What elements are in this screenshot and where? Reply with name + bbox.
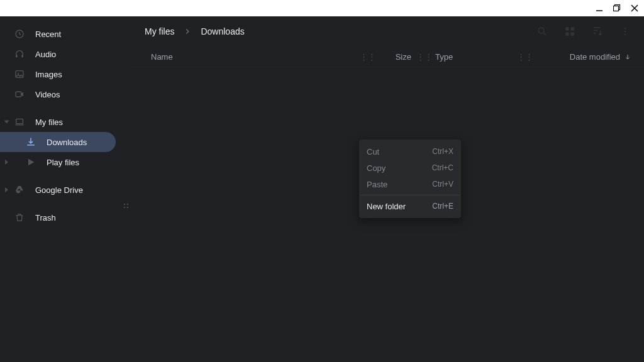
sidebar-item-label: Play files xyxy=(47,158,79,167)
sidebar-item-trash[interactable]: Trash xyxy=(0,207,132,228)
sidebar: Recent Audio Images Videos My files Down… xyxy=(0,16,132,362)
svg-point-22 xyxy=(625,31,626,33)
toolbar: My files Downloads xyxy=(132,16,644,47)
context-menu: Cut Ctrl+X Copy Ctrl+C Paste Ctrl+V New … xyxy=(359,140,461,218)
sidebar-item-label: My files xyxy=(35,118,63,127)
headphones-icon xyxy=(14,48,25,60)
main-panel: My files Downloads Name ⋮⋮ Size ⋮⋮ Type … xyxy=(132,16,644,362)
trash-icon xyxy=(14,212,25,223)
sidebar-item-google-drive[interactable]: Google Drive xyxy=(0,180,132,200)
sidebar-item-downloads[interactable]: Downloads xyxy=(0,132,116,152)
sidebar-item-label: Images xyxy=(35,70,62,79)
sidebar-item-label: Audio xyxy=(35,50,56,59)
column-type[interactable]: Type xyxy=(424,52,512,62)
context-menu-paste: Paste Ctrl+V xyxy=(359,176,461,192)
sidebar-item-recent[interactable]: Recent xyxy=(0,24,132,44)
context-menu-copy: Copy Ctrl+C xyxy=(359,160,461,176)
download-icon xyxy=(25,136,36,148)
svg-point-21 xyxy=(625,27,626,29)
svg-rect-11 xyxy=(16,119,23,123)
search-button[interactable] xyxy=(536,25,548,38)
play-icon xyxy=(25,156,36,168)
sidebar-item-label: Google Drive xyxy=(35,185,83,195)
sidebar-item-audio[interactable]: Audio xyxy=(0,44,132,64)
close-button[interactable] xyxy=(630,4,639,13)
sidebar-item-label: Videos xyxy=(35,90,60,99)
svg-point-15 xyxy=(127,207,128,208)
column-resize-icon[interactable]: ⋮⋮ xyxy=(416,52,424,62)
svg-rect-19 xyxy=(565,33,569,36)
window-controls xyxy=(0,0,644,16)
minimize-button[interactable] xyxy=(595,4,604,13)
sidebar-item-play-files[interactable]: Play files xyxy=(0,152,132,172)
sidebar-item-label: Downloads xyxy=(47,138,87,147)
svg-point-13 xyxy=(127,204,128,205)
sidebar-item-label: Trash xyxy=(35,213,56,222)
sidebar-item-label: Recent xyxy=(35,30,61,39)
arrow-down-icon xyxy=(624,53,631,61)
image-icon xyxy=(14,69,25,80)
sidebar-item-images[interactable]: Images xyxy=(0,64,132,84)
svg-rect-18 xyxy=(571,27,574,30)
svg-rect-6 xyxy=(16,55,18,57)
column-resize-icon[interactable]: ⋮⋮ xyxy=(517,52,525,62)
svg-rect-10 xyxy=(16,92,21,97)
svg-point-14 xyxy=(124,207,125,208)
maximize-button[interactable] xyxy=(613,4,621,13)
svg-point-23 xyxy=(625,34,626,36)
sidebar-resize-handle[interactable] xyxy=(123,203,130,209)
laptop-icon xyxy=(14,116,25,128)
drive-icon xyxy=(14,184,25,195)
svg-point-12 xyxy=(124,204,125,205)
svg-rect-20 xyxy=(571,33,574,36)
chevron-right-icon xyxy=(183,27,192,36)
breadcrumb-current: Downloads xyxy=(201,26,244,36)
breadcrumb-parent[interactable]: My files xyxy=(145,26,174,36)
breadcrumb: My files Downloads xyxy=(145,26,245,36)
clock-icon xyxy=(14,28,25,40)
svg-point-9 xyxy=(18,73,19,74)
svg-rect-17 xyxy=(565,27,569,30)
context-menu-cut: Cut Ctrl+X xyxy=(359,143,461,160)
view-toggle-button[interactable] xyxy=(564,25,576,38)
svg-point-16 xyxy=(538,28,544,33)
video-icon xyxy=(14,89,25,100)
column-name[interactable]: Name xyxy=(151,52,355,62)
sort-button[interactable] xyxy=(591,25,604,38)
column-headers: Name ⋮⋮ Size ⋮⋮ Type ⋮⋮ Date modified xyxy=(132,47,644,68)
column-resize-icon[interactable]: ⋮⋮ xyxy=(360,52,367,62)
svg-rect-2 xyxy=(614,6,619,11)
file-list-area[interactable]: Cut Ctrl+X Copy Ctrl+C Paste Ctrl+V New … xyxy=(132,68,644,362)
context-menu-new-folder[interactable]: New folder Ctrl+E xyxy=(359,198,461,214)
sidebar-item-videos[interactable]: Videos xyxy=(0,84,132,104)
sidebar-item-my-files[interactable]: My files xyxy=(0,112,132,132)
more-button[interactable] xyxy=(619,25,631,38)
context-menu-separator xyxy=(359,195,461,195)
column-date-modified[interactable]: Date modified xyxy=(525,52,631,62)
svg-rect-7 xyxy=(21,55,23,57)
